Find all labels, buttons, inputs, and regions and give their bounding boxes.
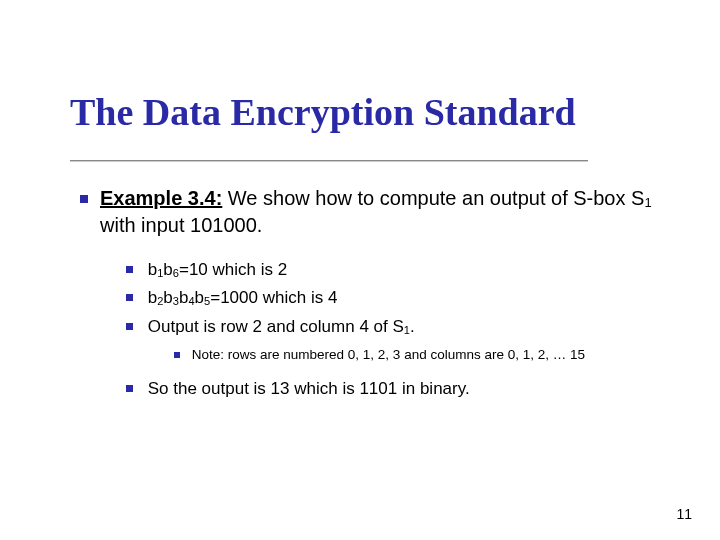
example-label: Example 3.4: xyxy=(100,187,222,209)
lead-text: Example 3.4: We show how to compute an o… xyxy=(100,185,670,239)
bullet-icon xyxy=(126,385,133,392)
conclusion-bullet: So the output is 13 which is 1101 in bin… xyxy=(126,378,670,401)
note-bullet: Note: rows are numbered 0, 1, 2, 3 and c… xyxy=(174,346,670,364)
lead-t2: with input 101000. xyxy=(100,214,262,236)
sb1-text: b1b6=10 which is 2 xyxy=(148,260,287,279)
sb3-text: Output is row 2 and column 4 of S1. xyxy=(148,317,415,336)
page-number: 11 xyxy=(676,506,692,522)
lead-t1: We show how to compute an output of S-bo… xyxy=(222,187,644,209)
lead-sub: 1 xyxy=(644,195,651,210)
title-underline xyxy=(70,160,588,161)
bullet-icon xyxy=(126,323,133,330)
sub-bullet-list: b1b6=10 which is 2 b2b3b4b5=1000 which i… xyxy=(126,257,670,340)
slide: The Data Encryption Standard Example 3.4… xyxy=(0,0,720,540)
lead-bullet: Example 3.4: We show how to compute an o… xyxy=(80,185,670,239)
sub-bullet-2: b2b3b4b5=1000 which is 4 xyxy=(126,285,670,311)
sub-bullet-3: Output is row 2 and column 4 of S1. xyxy=(126,314,670,340)
bullet-icon xyxy=(126,294,133,301)
sb2-text: b2b3b4b5=1000 which is 4 xyxy=(148,288,338,307)
bullet-icon xyxy=(80,195,88,203)
note-text: Note: rows are numbered 0, 1, 2, 3 and c… xyxy=(192,347,585,362)
sub-bullet-1: b1b6=10 which is 2 xyxy=(126,257,670,283)
bullet-icon xyxy=(126,266,133,273)
bullet-icon xyxy=(174,352,180,358)
conclusion-text: So the output is 13 which is 1101 in bin… xyxy=(148,379,470,398)
slide-body: Example 3.4: We show how to compute an o… xyxy=(80,185,670,401)
slide-title: The Data Encryption Standard xyxy=(70,90,576,134)
